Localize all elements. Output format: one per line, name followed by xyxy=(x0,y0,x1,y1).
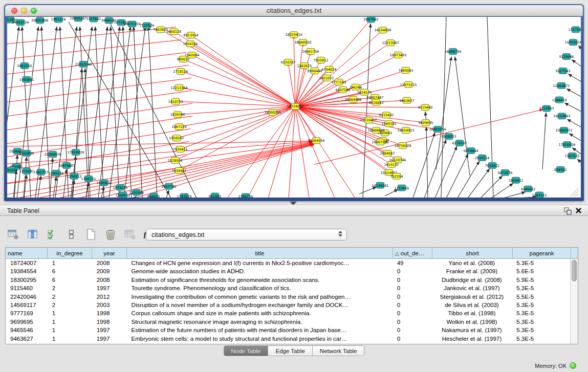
graph-node[interactable]: 18300295 xyxy=(264,110,281,116)
table-row[interactable]: 1456911722003Disruption of a novel membe… xyxy=(6,301,570,309)
graph-node[interactable]: 8220357 xyxy=(281,59,296,65)
graph-node[interactable]: 7632621 xyxy=(485,162,500,168)
column-header-year[interactable]: year xyxy=(92,248,127,259)
graph-node[interactable]: 19384554 xyxy=(308,138,324,144)
graph-node[interactable]: 3215953 xyxy=(539,105,554,112)
graph-node[interactable]: 14671355 xyxy=(123,21,140,27)
table-cell[interactable]: Embryonic stem cells: a model to study s… xyxy=(127,335,393,343)
graph-node[interactable]: 1743529 xyxy=(177,193,192,198)
graph-node[interactable]: 9457790 xyxy=(162,183,177,189)
tab-edge-table[interactable]: Edge Table xyxy=(268,346,312,356)
column-header-short[interactable]: short xyxy=(432,248,513,259)
graph-node[interactable]: 7955812 xyxy=(314,57,329,63)
graph-node[interactable]: 1562615 xyxy=(297,62,312,69)
graph-node[interactable]: 1549343 xyxy=(382,121,397,127)
table-cell[interactable]: 0 xyxy=(393,309,432,317)
table-row[interactable]: 1872400712008Changes of HCN gene express… xyxy=(6,259,570,267)
graph-node[interactable]: 1590512 xyxy=(116,192,130,198)
table-cell[interactable]: 22420046 xyxy=(6,293,48,301)
column-header-in_degree[interactable]: in_degree xyxy=(48,248,92,259)
graph-node[interactable]: 14136141 xyxy=(372,182,388,188)
graph-node[interactable]: 1593641 xyxy=(19,76,34,82)
table-cell[interactable]: Tourette syndrome. Phenomenology and cla… xyxy=(127,284,393,292)
table-cell[interactable]: 2009 xyxy=(92,267,127,275)
table-cell[interactable]: Franke et al. (2009) xyxy=(432,267,512,275)
graph-node[interactable]: 2867129 xyxy=(172,124,187,130)
graph-node[interactable]: 12213987 xyxy=(382,40,399,46)
graph-node[interactable]: 9777169 xyxy=(332,79,346,85)
graph-node[interactable]: 7515526 xyxy=(140,23,155,29)
table-cell[interactable]: Jankovic et al. (1997) xyxy=(432,284,512,292)
table-cell[interactable]: 1997 xyxy=(92,335,127,343)
graph-node[interactable]: 7634961 xyxy=(172,167,187,173)
graph-node[interactable]: 9129946 xyxy=(559,54,574,60)
graph-node[interactable]: 1858202 xyxy=(169,135,184,141)
table-cell[interactable]: 49 xyxy=(393,259,432,267)
graph-node[interactable]: 3624574 xyxy=(357,89,372,95)
table-cell[interactable]: Corpus callosum shape and size in male p… xyxy=(127,309,393,317)
table-cell[interactable]: 5.9E-5 xyxy=(512,276,570,284)
graph-node[interactable]: 1810753 xyxy=(168,98,183,104)
graph-node[interactable]: 1117243 xyxy=(569,27,581,33)
table-row[interactable]: 969969511998Structural magnetic resonanc… xyxy=(6,318,570,326)
graph-node[interactable]: 12975115 xyxy=(400,81,417,87)
table-row[interactable]: 946554611997Estimation of the future num… xyxy=(6,326,570,334)
graph-node[interactable]: 16154808 xyxy=(374,27,391,33)
graph-node[interactable]: 16403954 xyxy=(429,126,446,133)
table-cell[interactable]: Disruption of a novel member of a sodium… xyxy=(127,301,393,309)
table-cell[interactable]: 2 xyxy=(48,293,92,301)
column-header-title[interactable]: title xyxy=(127,248,393,259)
graph-node[interactable]: 7926415 xyxy=(173,146,188,152)
table-cell[interactable]: 0 xyxy=(393,267,432,275)
graph-node[interactable]: 20364486 xyxy=(344,96,361,102)
table-cell[interactable]: 1998 xyxy=(92,318,127,326)
graph-node[interactable]: 18325419 xyxy=(285,32,302,38)
graph-node[interactable]: 752254 xyxy=(390,173,403,179)
graph-node[interactable]: 15720407 xyxy=(360,117,377,123)
tab-network-table[interactable]: Network Table xyxy=(313,346,364,356)
graph-node[interactable]: 8216063 xyxy=(369,99,384,105)
column-header-out_de[interactable]: △out_de… xyxy=(393,248,432,259)
graph-node[interactable]: 9474444 xyxy=(464,148,478,154)
graph-node[interactable]: 2087682 xyxy=(364,17,379,23)
graph-node[interactable]: 8990448 xyxy=(308,68,322,74)
graph-node[interactable]: 7485063 xyxy=(399,67,413,73)
graph-node[interactable]: 20691406 xyxy=(31,17,48,24)
table-cell[interactable]: Changes of HCN gene expression and I(f) … xyxy=(127,259,393,267)
graph-node[interactable]: 15992971 xyxy=(555,127,572,134)
graph-node[interactable]: 18640910 xyxy=(294,39,311,46)
graph-node[interactable]: 1695816 xyxy=(97,180,112,186)
table-cell[interactable]: 1 xyxy=(48,259,92,267)
table-cell[interactable]: Nakamura et al. (1997) xyxy=(432,326,512,334)
close-panel-icon[interactable] xyxy=(575,207,583,215)
table-row[interactable]: 946362711997Embryonic stem cells: a mode… xyxy=(6,335,570,343)
graph-node[interactable]: 18807249 xyxy=(372,139,388,145)
table-cell[interactable]: 1997 xyxy=(92,326,127,334)
graph-node[interactable]: 8912954 xyxy=(184,32,199,38)
table-cell[interactable]: 0 xyxy=(393,284,432,292)
table-options-icon[interactable] xyxy=(7,228,19,240)
table-cell[interactable]: 5.3E-5 xyxy=(512,301,570,309)
table-cell[interactable]: 5.5E-5 xyxy=(512,293,570,301)
new-file-icon[interactable] xyxy=(85,228,97,240)
window-titlebar[interactable]: citations_edges.txt xyxy=(5,5,583,16)
table-cell[interactable]: 9115460 xyxy=(6,284,48,292)
graph-node[interactable]: 17359928 xyxy=(67,149,84,156)
graph-node[interactable]: 6179197 xyxy=(452,140,467,146)
table-cell[interactable]: de Silva et al. (2003) xyxy=(432,301,512,309)
column-header-pagerank[interactable]: pagerank xyxy=(513,248,571,259)
table-cell[interactable]: 19384554 xyxy=(6,267,48,275)
graph-node[interactable]: 1961124 xyxy=(51,17,66,23)
graph-node[interactable]: 331594 xyxy=(7,167,17,173)
table-cell[interactable]: 2003 xyxy=(92,301,127,309)
graph-node[interactable]: 2396716 xyxy=(238,193,253,198)
table-cell[interactable]: 0 xyxy=(393,276,432,284)
table-cell[interactable]: 9777169 xyxy=(6,309,48,317)
graph-node[interactable]: 1942757 xyxy=(34,169,49,175)
column-visibility-icon[interactable] xyxy=(27,228,39,240)
table-cell[interactable]: 5.3E-5 xyxy=(512,259,570,267)
table-cell[interactable]: Genome-wide association studies in ADHD. xyxy=(127,267,393,275)
graph-node[interactable]: 16961758 xyxy=(302,49,319,55)
table-row[interactable]: 1830029562008Estimation of significance … xyxy=(6,276,570,284)
table-cell[interactable]: 14569117 xyxy=(6,301,48,309)
